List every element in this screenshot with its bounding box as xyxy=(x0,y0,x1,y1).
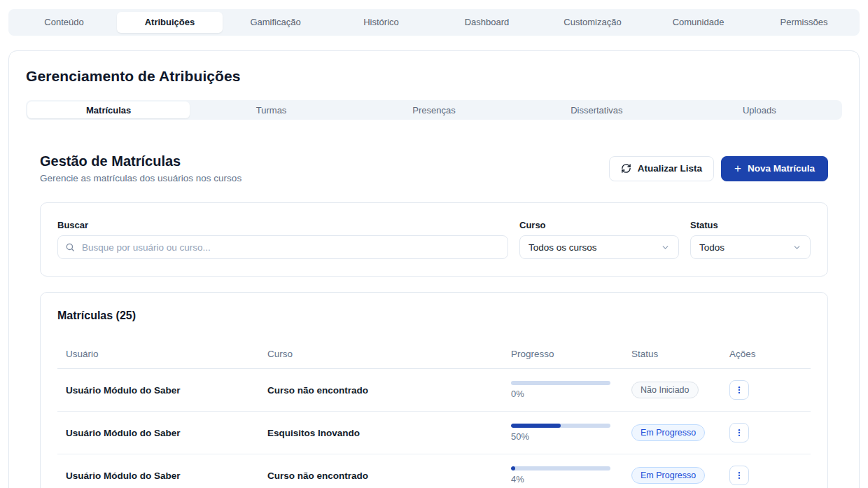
tab-panel-matriculas: Gestão de Matrículas Gerencie as matrícu… xyxy=(26,153,842,488)
kebab-menu-icon xyxy=(734,385,744,395)
enrollment-user: Usuário Módulo do Saber xyxy=(66,385,181,396)
enrollments-table: Usuário Curso Progresso Status Ações Usu… xyxy=(57,336,811,488)
assignments-card: Gerenciamento de Atribuições MatrículasT… xyxy=(8,50,860,488)
table-header-row: Usuário Curso Progresso Status Ações xyxy=(57,336,811,369)
nav-item-customizacao[interactable]: Customização xyxy=(540,12,645,33)
progress-bar xyxy=(511,466,610,470)
progress-percent: 4% xyxy=(511,474,615,484)
enrollment-course: Esquisitos Inovando xyxy=(267,428,360,438)
progress-percent: 0% xyxy=(511,389,615,399)
chevron-down-icon xyxy=(661,243,670,252)
column-header-progress: Progresso xyxy=(503,336,623,369)
course-filter-field: Curso Todos os cursos xyxy=(519,220,679,259)
table-row: Usuário Módulo do SaberEsquisitos Inovan… xyxy=(57,412,811,454)
enrollment-user: Usuário Módulo do Saber xyxy=(66,470,181,481)
progress-bar-fill xyxy=(511,424,561,428)
search-field: Buscar xyxy=(57,220,508,259)
plus-icon: + xyxy=(734,162,741,174)
search-input[interactable] xyxy=(57,235,508,259)
progress-bar xyxy=(511,381,610,385)
enrollment-course: Curso não encontrado xyxy=(267,385,368,396)
refresh-icon xyxy=(621,163,631,174)
status-badge: Em Progresso xyxy=(631,424,705,441)
enrollments-card: Matrículas (25) Usuário Curso Progresso … xyxy=(40,292,828,488)
column-header-actions: Ações xyxy=(721,336,811,369)
progress-percent: 50% xyxy=(511,431,615,442)
nav-item-permissoes[interactable]: Permissões xyxy=(751,12,857,33)
search-icon xyxy=(65,242,75,252)
enrollment-course: Curso não encontrado xyxy=(267,470,368,481)
course-filter-value: Todos os cursos xyxy=(528,242,597,253)
status-filter-field: Status Todos xyxy=(690,220,811,259)
tab-dissertativas[interactable]: Dissertativas xyxy=(515,102,678,118)
new-enrollment-button-label: Nova Matrícula xyxy=(748,163,815,174)
nav-item-historico[interactable]: Histórico xyxy=(328,12,434,33)
column-header-user: Usuário xyxy=(57,336,259,369)
nav-item-atribuicoes[interactable]: Atribuições xyxy=(117,12,223,33)
new-enrollment-button[interactable]: + Nova Matrícula xyxy=(721,156,828,181)
course-filter-select[interactable]: Todos os cursos xyxy=(519,235,679,259)
tab-presencas[interactable]: Presenças xyxy=(353,102,515,118)
tab-list: MatrículasTurmasPresençasDissertativasUp… xyxy=(26,100,842,120)
row-actions-button[interactable] xyxy=(729,423,749,442)
table-row: Usuário Módulo do SaberCurso não encontr… xyxy=(57,369,811,412)
row-actions-button[interactable] xyxy=(729,466,749,485)
section-title: Gestão de Matrículas xyxy=(40,153,241,169)
refresh-list-button[interactable]: Atualizar Lista xyxy=(609,156,714,181)
nav-item-conteudo[interactable]: Conteúdo xyxy=(11,12,117,33)
nav-item-dashboard[interactable]: Dashboard xyxy=(434,12,540,33)
search-label: Buscar xyxy=(57,220,508,230)
status-filter-label: Status xyxy=(690,220,811,230)
table-row: Usuário Módulo do SaberCurso não encontr… xyxy=(57,454,811,488)
status-badge: Em Progresso xyxy=(631,467,705,484)
kebab-menu-icon xyxy=(734,428,744,438)
course-filter-label: Curso xyxy=(519,220,679,230)
enrollment-user: Usuário Módulo do Saber xyxy=(66,428,181,438)
page-title: Gerenciamento de Atribuições xyxy=(26,68,842,85)
status-filter-select[interactable]: Todos xyxy=(690,235,811,259)
nav-item-comunidade[interactable]: Comunidade xyxy=(645,12,751,33)
progress-bar-fill xyxy=(511,466,515,470)
section-header: Gestão de Matrículas Gerencie as matrícu… xyxy=(40,153,828,183)
top-nav: ConteúdoAtribuiçõesGamificaçãoHistóricoD… xyxy=(8,9,860,36)
column-header-status: Status xyxy=(623,336,721,369)
status-filter-value: Todos xyxy=(699,242,724,253)
status-badge: Não Iniciado xyxy=(631,382,699,398)
section-subtitle: Gerencie as matrículas dos usuários nos … xyxy=(40,173,241,183)
enrollments-table-body: Usuário Módulo do SaberCurso não encontr… xyxy=(57,369,811,488)
enrollments-title: Matrículas (25) xyxy=(57,309,811,322)
progress-bar xyxy=(511,424,610,428)
tab-turmas[interactable]: Turmas xyxy=(190,102,352,118)
section-actions: Atualizar Lista + Nova Matrícula xyxy=(609,156,828,181)
tab-matriculas[interactable]: Matrículas xyxy=(27,102,190,118)
nav-item-gamificacao[interactable]: Gamificação xyxy=(223,12,328,33)
column-header-course: Curso xyxy=(259,336,503,369)
section-heading: Gestão de Matrículas Gerencie as matrícu… xyxy=(40,153,241,183)
refresh-button-label: Atualizar Lista xyxy=(638,163,702,174)
tab-uploads[interactable]: Uploads xyxy=(678,102,841,118)
kebab-menu-icon xyxy=(734,470,744,480)
row-actions-button[interactable] xyxy=(729,380,749,400)
chevron-down-icon xyxy=(792,243,802,252)
filters-card: Buscar Curso Todos os cursos xyxy=(40,202,828,277)
